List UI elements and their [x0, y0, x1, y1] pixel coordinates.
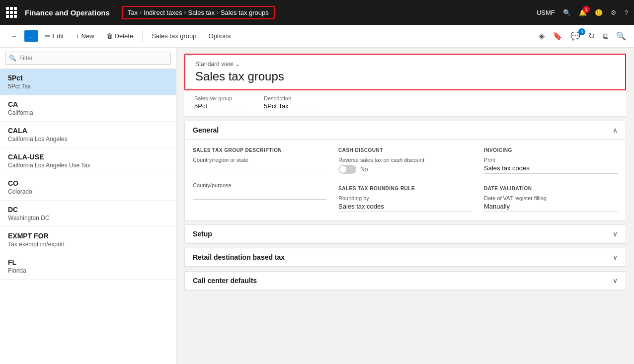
retail-header[interactable]: Retail destination based tax ∨	[185, 248, 626, 267]
delete-label: Delete	[115, 32, 134, 40]
stg-desc-column: SALES TAX GROUP DESCRIPTION Country/regi…	[193, 147, 326, 212]
edit-button[interactable]: ✏ Edit	[40, 30, 69, 42]
bookmark-icon[interactable]: 🔖	[551, 29, 564, 43]
callcenter-chevron-down-icon: ∨	[613, 277, 618, 285]
stg-label: Sales tax group	[194, 95, 244, 101]
sales-tax-group-button[interactable]: Sales tax group	[147, 30, 201, 42]
county-purpose-field: County/purpose	[193, 182, 326, 200]
country-value[interactable]	[193, 164, 326, 174]
retail-chevron-down-icon: ∨	[613, 253, 618, 261]
print-value[interactable]: Sales tax codes	[484, 164, 618, 174]
list-item-desc: California	[8, 109, 168, 116]
options-button[interactable]: Options	[204, 30, 236, 42]
open-in-new-icon[interactable]: ⧉	[601, 30, 610, 43]
breadcrumb-groups[interactable]: Sales tax groups	[221, 9, 269, 16]
setup-title: Setup	[193, 230, 212, 238]
search-icon[interactable]: 🔍	[563, 9, 571, 16]
cash-discount-label: CASH DISCOUNT	[338, 147, 472, 153]
cash-discount-column: CASH DISCOUNT Reverse sales tax on cash …	[338, 147, 472, 212]
record-header: Sales tax group 5Pct Description 5Pct Ta…	[184, 90, 626, 117]
list-item[interactable]: CO Colorado	[0, 174, 176, 201]
list-item-code: CALA	[8, 127, 168, 135]
date-validation-label: DATE VALIDATION	[484, 186, 618, 191]
description-field: Description 5Pct Tax	[264, 95, 314, 111]
settings-icon[interactable]: ⚙	[611, 9, 617, 16]
callcenter-header[interactable]: Call center defaults ∨	[185, 272, 626, 290]
options-label: Options	[209, 32, 231, 40]
edit-label: Edit	[53, 32, 64, 40]
top-nav: Finance and Operations Tax › Indirect ta…	[0, 0, 634, 25]
setup-chevron-down-icon: ∨	[613, 230, 618, 238]
list-item-code: EXMPT FOR	[8, 232, 168, 240]
search-bar-icon[interactable]: 🔍	[614, 29, 628, 43]
back-button[interactable]: ←	[6, 30, 22, 42]
list-item-code: CA	[8, 100, 168, 108]
general-title: General	[193, 126, 219, 134]
app-grid-icon[interactable]	[6, 7, 17, 18]
help-icon[interactable]: ?	[625, 9, 628, 16]
view-label: Standard view	[195, 61, 233, 68]
left-panel: 🔍 5Pct 5Pct Tax CA California CALA Calif…	[0, 48, 176, 364]
msg-badge[interactable]: 💬 0	[568, 31, 582, 41]
stg-value: 5Pct	[194, 102, 244, 111]
new-label: New	[81, 32, 94, 40]
rounding-by-label: Rounding by	[338, 195, 472, 201]
date-of-vat-value[interactable]: Manually	[484, 203, 618, 212]
setup-section: Setup ∨	[184, 224, 626, 244]
list-item-code: FL	[8, 258, 168, 266]
print-label: Print	[484, 157, 618, 163]
callcenter-title: Call center defaults	[193, 277, 257, 285]
org-label[interactable]: USMF	[537, 9, 555, 16]
list-item-desc: 5Pct Tax	[8, 83, 168, 90]
list-item[interactable]: CALA-USE California Los Angeles Use Tax	[0, 148, 176, 174]
list-item[interactable]: CA California	[0, 95, 176, 122]
country-label: Country/region or state	[193, 157, 326, 163]
breadcrumb-salestax[interactable]: Sales tax	[188, 9, 214, 16]
list-item[interactable]: EXMPT FOR Tax exempt im/export	[0, 227, 176, 253]
view-selector[interactable]: Standard view ⌄	[195, 61, 615, 68]
list-item-desc: Colorado	[8, 188, 168, 195]
sales-tax-group-label: Sales tax group	[152, 32, 196, 40]
list-item[interactable]: FL Florida	[0, 253, 176, 280]
new-button[interactable]: + New	[71, 30, 99, 42]
list-item-code: CO	[8, 179, 168, 187]
reverse-sales-tax-label: Reverse sales tax on cash discount	[338, 157, 472, 163]
chevron-down-icon: ⌄	[235, 61, 240, 68]
delete-button[interactable]: 🗑 Delete	[101, 30, 139, 42]
nav-divider	[142, 30, 143, 42]
rounding-rule-label: SALES TAX ROUNDING RULE	[338, 186, 472, 191]
top-nav-right: USMF 🔍 🔔 1 🙂 ⚙ ?	[537, 9, 628, 16]
country-region-field: Country/region or state	[193, 157, 326, 174]
list-item-code: 5Pct	[8, 74, 168, 82]
filter-input[interactable]	[5, 52, 171, 65]
list-item-desc: California Los Angeles Use Tax	[8, 162, 168, 169]
general-section-header[interactable]: General ∧	[185, 121, 626, 140]
reverse-tax-toggle[interactable]	[338, 165, 356, 174]
invoicing-column: INVOICING Print Sales tax codes DATE VAL…	[484, 147, 618, 212]
breadcrumb-indirect[interactable]: Indirect taxes	[144, 9, 182, 16]
list-item[interactable]: DC Washington DC	[0, 201, 176, 227]
breadcrumb: Tax › Indirect taxes › Sales tax › Sales…	[122, 6, 275, 19]
general-fields-grid: SALES TAX GROUP DESCRIPTION Country/regi…	[193, 147, 618, 212]
edit-icon: ✏	[45, 32, 51, 40]
breadcrumb-tax[interactable]: Tax	[128, 9, 138, 16]
list-item[interactable]: CALA California Los Angeles	[0, 122, 176, 148]
date-of-vat-label: Date of VAT register filling	[484, 195, 618, 201]
rounding-by-value[interactable]: Sales tax codes	[338, 203, 472, 212]
notification-bell[interactable]: 🔔 1	[579, 9, 587, 16]
main-content: 🔍 5Pct 5Pct Tax CA California CALA Calif…	[0, 48, 634, 364]
invoicing-section-label: INVOICING	[484, 147, 618, 153]
refresh-icon[interactable]: ↻	[586, 29, 597, 43]
county-value[interactable]	[193, 190, 326, 200]
diamond-icon[interactable]: ◈	[537, 29, 547, 43]
list-items: 5Pct 5Pct Tax CA California CALA Califor…	[0, 69, 176, 364]
delete-icon: 🗑	[106, 32, 113, 40]
general-section-body: SALES TAX GROUP DESCRIPTION Country/regi…	[185, 140, 626, 220]
retail-section: Retail destination based tax ∨	[184, 248, 626, 267]
smiley-icon[interactable]: 🙂	[595, 9, 603, 16]
setup-header[interactable]: Setup ∨	[185, 225, 626, 243]
list-item[interactable]: 5Pct 5Pct Tax	[0, 69, 176, 95]
list-view-button[interactable]: ≡	[24, 30, 38, 42]
toggle-state: No	[360, 166, 368, 173]
page-header: Standard view ⌄ Sales tax groups	[184, 54, 626, 90]
